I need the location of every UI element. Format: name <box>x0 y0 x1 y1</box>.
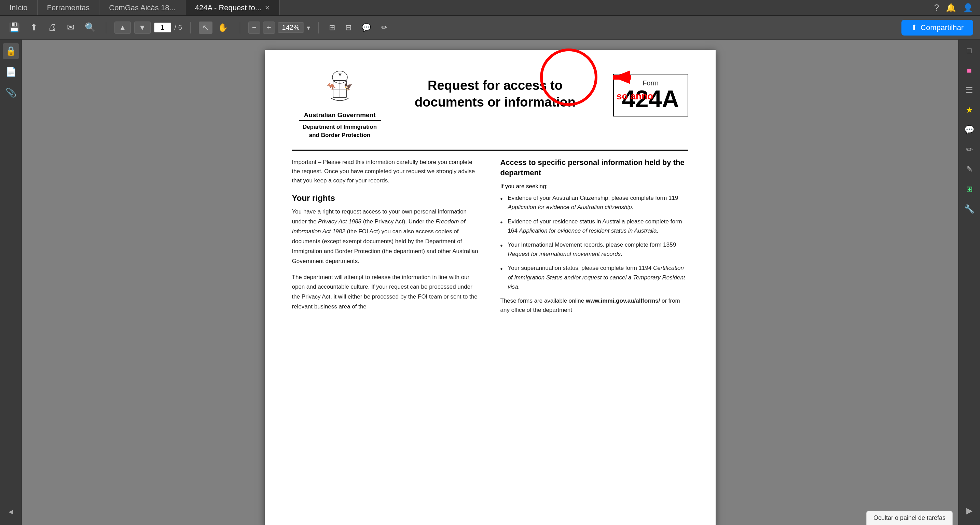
hand-tool-button[interactable]: ✋ <box>215 22 232 34</box>
your-rights-body-2: The department will attempt to release t… <box>292 272 480 312</box>
right-panel-icon-8[interactable]: ⊞ <box>963 182 975 197</box>
right-panel-icon-7[interactable]: ✎ <box>963 162 975 177</box>
zoom-in-button[interactable]: + <box>263 22 275 34</box>
right-panel-icon-6[interactable]: ✏ <box>963 142 975 157</box>
pdf-page: so annoying 🦘 🦅 <box>265 50 716 525</box>
if-seeking-text: If you are seeking: <box>500 183 688 190</box>
tab-424a[interactable]: 424A - Request fo... ✕ <box>186 0 280 15</box>
toolbar-separator-1 <box>106 22 106 33</box>
right-panel-icon-1[interactable]: □ <box>964 43 975 58</box>
main-area: 🔒 📄 📎 ◀ so annoying <box>0 40 980 525</box>
bottom-task-panel[interactable]: Ocultar o painel de tarefas <box>866 511 953 525</box>
right-sidebar: □ ■ ☰ ★ 💬 ✏ ✎ ⊞ 🔧 ▶ <box>958 40 980 525</box>
tab-comgas[interactable]: ComGas Aicás 18... <box>99 0 185 15</box>
right-panel-icon-9[interactable]: 🔧 <box>962 202 977 216</box>
logo-section: 🦘 🦅 ★ Australian Government Department o… <box>292 70 388 139</box>
form-number-box: Form 424A <box>613 74 688 116</box>
page-number-input[interactable] <box>154 22 171 32</box>
user-icon[interactable]: 👤 <box>963 3 973 13</box>
toolbar-separator-3 <box>240 22 240 33</box>
toolbar-separator-4 <box>318 22 319 33</box>
select-tool-button[interactable]: ↖ <box>199 22 212 34</box>
zoom-controls: − + 142% ▾ <box>248 22 310 34</box>
right-panel-icon-4[interactable]: ★ <box>963 102 976 118</box>
upload-icon[interactable]: ⬆ <box>28 20 40 35</box>
zoom-out-button[interactable]: − <box>248 22 260 34</box>
available-text: These forms are available online www.imm… <box>500 296 688 315</box>
cursor-tools: ↖ ✋ <box>199 22 232 34</box>
pdf-viewer[interactable]: so annoying 🦘 🦅 <box>22 40 958 525</box>
document-content: Important – Please read this information… <box>292 158 688 318</box>
lock-icon[interactable]: 🔒 <box>3 43 19 59</box>
svg-text:🦘: 🦘 <box>327 82 336 91</box>
document-title-section: Request for access to documents or infor… <box>388 70 603 111</box>
bullet-list: Evidence of your Australian Citizenship,… <box>500 193 688 291</box>
pages-icon[interactable]: 📄 <box>3 64 19 80</box>
bullet-item-4: Your superannuation status, please compl… <box>500 263 688 291</box>
bullet-item-1: Evidence of your Australian Citizenship,… <box>500 193 688 212</box>
left-sidebar: 🔒 📄 📎 ◀ <box>0 40 22 525</box>
government-crest: 🦘 🦅 ★ <box>320 70 360 108</box>
left-column: Important – Please read this information… <box>292 158 480 318</box>
comment-icon[interactable]: 💬 <box>360 21 373 34</box>
header-right-icons: ? 🔔 👤 <box>934 0 980 15</box>
page-total: / 6 <box>175 24 182 32</box>
email-icon[interactable]: ✉ <box>65 20 76 35</box>
toolbar-separator-2 <box>190 22 191 33</box>
annotate-icon[interactable]: ✏ <box>379 21 390 34</box>
tab-close-icon[interactable]: ✕ <box>265 4 270 12</box>
zoom-level-display[interactable]: 142% <box>278 22 304 33</box>
zoom-dropdown-button[interactable]: ▾ <box>307 24 310 32</box>
document-header: 🦘 🦅 ★ Australian Government Department o… <box>292 70 688 139</box>
your-rights-heading: Your rights <box>292 193 480 203</box>
help-icon[interactable]: ? <box>934 2 939 13</box>
government-name: Australian Government <box>299 111 381 121</box>
share-icon: ⬆ <box>911 23 917 32</box>
svg-text:★: ★ <box>338 72 342 77</box>
tab-inicio[interactable]: Início <box>0 0 38 15</box>
save-icon[interactable]: 💾 <box>7 20 22 35</box>
prev-page-button[interactable]: ▲ <box>115 22 131 34</box>
bullet-item-2: Evidence of your residence status in Aus… <box>500 217 688 235</box>
right-panel-icon-3[interactable]: ☰ <box>963 83 976 98</box>
collapse-left-button[interactable]: ◀ <box>6 505 16 518</box>
svg-text:🦅: 🦅 <box>344 83 353 91</box>
tab-ferramentas[interactable]: Ferramentas <box>38 0 100 15</box>
fit-page-icon[interactable]: ⊞ <box>327 21 337 34</box>
attachments-icon[interactable]: 📎 <box>3 85 19 101</box>
print-icon[interactable]: 🖨 <box>46 20 59 35</box>
toolbar: 💾 ⬆ 🖨 ✉ 🔍 ▲ ▼ / 6 ↖ ✋ − + 142% ▾ ⊞ ⊟ 💬 ✏… <box>0 16 980 40</box>
bullet-item-3: Your International Movement records, ple… <box>500 240 688 259</box>
next-page-button[interactable]: ▼ <box>134 22 151 34</box>
document-title: Request for access to documents or infor… <box>415 77 576 111</box>
right-panel-icon-2[interactable]: ■ <box>964 63 975 78</box>
access-heading: Access to specific personal information … <box>500 158 688 179</box>
right-column: Access to specific personal information … <box>500 158 688 318</box>
website-link[interactable]: www.immi.gov.au/allforms/ <box>586 298 660 304</box>
important-text: Important – Please read this information… <box>292 158 480 186</box>
search-icon[interactable]: 🔍 <box>83 20 98 35</box>
right-panel-icon-5[interactable]: 💬 <box>962 122 977 137</box>
page-navigation: ▲ ▼ / 6 <box>115 22 182 34</box>
header-divider <box>292 150 688 151</box>
fit-width-icon[interactable]: ⊟ <box>343 21 353 34</box>
share-button[interactable]: ⬆ Compartilhar <box>901 20 973 35</box>
tab-bar: Início Ferramentas ComGas Aicás 18... 42… <box>0 0 980 16</box>
bell-icon[interactable]: 🔔 <box>946 3 956 13</box>
department-name: Department of Immigration and Border Pro… <box>299 123 381 139</box>
form-number: 424A <box>620 87 681 111</box>
your-rights-body-1: You have a right to request access to yo… <box>292 207 480 266</box>
right-panel-collapse[interactable]: ▶ <box>964 503 975 518</box>
